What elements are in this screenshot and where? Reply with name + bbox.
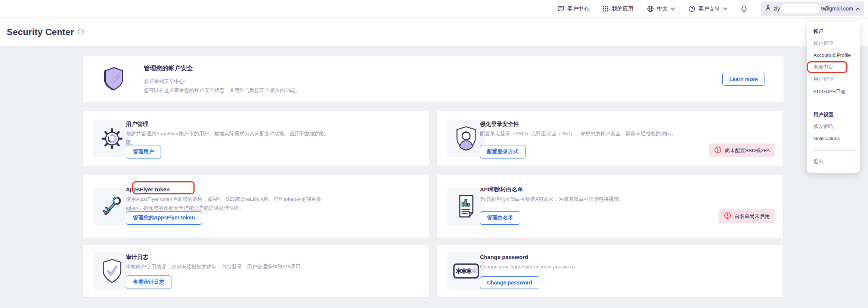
page-body: 管理您的帐户安全 欢迎来到安全中心! 您可以在这里查看您的账户安全状态，并管理与…: [0, 46, 868, 308]
chevron-down-icon: [671, 7, 675, 10]
chat-icon: [557, 5, 564, 12]
badge-label: 白名单尚未启用: [735, 213, 770, 220]
card-title: 强化登录安全性: [480, 121, 519, 128]
notifications-bell[interactable]: [741, 5, 747, 12]
menu-header-user-settings: 用户设置: [813, 109, 856, 121]
card-description: 审核账户使用情况，识别未经授权的访问，包括登录、用户管理操作和API调用。: [126, 262, 332, 271]
key-icon: [93, 188, 131, 225]
nav-help-center-label: 客户中心: [567, 5, 589, 12]
security-center-page: 客户中心 我的应用: [0, 0, 868, 308]
menu-header-account: 帐户: [813, 25, 856, 37]
account-dropdown-menu: 帐户 帐户管理 Account & Profile 安全中心 用户管理 EU-G…: [807, 22, 860, 173]
nav-language[interactable]: 中文: [647, 5, 675, 12]
appsflyer-token-card: AppsFlyer token 使用AppsFlyer token验证您的调用，…: [83, 175, 429, 238]
svg-text:?: ?: [691, 7, 693, 11]
password-icon: [447, 252, 485, 290]
shield-user-icon: [447, 120, 485, 157]
manage-token-button[interactable]: 管理您的AppsFlyer token: [126, 211, 202, 225]
card-description: 为指定IP地址加白可筛选API请求，为域名加白可筛选链接跳转。: [480, 195, 686, 204]
change-password-button[interactable]: Change password: [480, 276, 539, 289]
api-whitelist-card: API和跳转白名单 为指定IP地址加白可筛选API请求，为域名加白可筛选链接跳转…: [437, 175, 783, 238]
warning-icon: [724, 212, 731, 221]
change-password-card: Change password Change your AppsFlyer ac…: [437, 245, 783, 297]
menu-divider: [813, 103, 855, 103]
menu-item-security-center[interactable]: 安全中心: [813, 61, 856, 73]
manage-users-button[interactable]: 管理用户: [126, 145, 161, 158]
security-banner-card: 管理您的帐户安全 欢迎来到安全中心! 您可以在这里查看您的账户安全状态，并管理与…: [83, 56, 784, 102]
warning-icon: [714, 146, 722, 155]
user-email-prefix: ziy: [774, 6, 780, 12]
view-audit-log-button[interactable]: 查看审计日志: [126, 275, 171, 289]
user-account-menu-button[interactable]: ziy 9@gmail.com: [761, 1, 864, 16]
audit-log-card: 审计日志 审核账户使用情况，识别未经授权的访问，包括登录、用户管理操作和API调…: [83, 245, 429, 297]
chevron-down-icon: [723, 7, 727, 10]
manage-whitelist-button[interactable]: 管理白名单: [480, 211, 520, 225]
menu-item-logout[interactable]: 退出: [813, 156, 856, 168]
card-description: 使用AppsFlyer token验证您的调用，如API、S2S或OneLink…: [126, 195, 332, 213]
card-title: AppsFlyer token: [126, 186, 170, 192]
nav-support[interactable]: ? 客户支持: [688, 5, 727, 12]
nav-my-apps[interactable]: 我的应用: [602, 5, 633, 12]
gear-icon: [93, 120, 131, 157]
banner-line1: 欢迎来到安全中心!: [144, 77, 300, 86]
card-description: 配置单点登录（SSO）或双重认证（2FA），保护您的帐户安全，屏蔽未经授权的访问…: [480, 129, 686, 138]
nav-language-label: 中文: [657, 5, 668, 12]
doc-chart-icon: [447, 188, 485, 225]
menu-item-change-password[interactable]: 修改密码: [813, 120, 856, 132]
page-header: Security Center ?: [0, 17, 868, 46]
card-title: Change password: [480, 254, 528, 260]
nav-my-apps-label: 我的应用: [612, 5, 633, 12]
card-title: API和跳转白名单: [480, 186, 523, 193]
configure-login-button[interactable]: 配置登录方式: [480, 145, 526, 158]
card-description: Change your AppsFlyer account password.: [480, 262, 686, 271]
redaction-blur: [781, 4, 820, 13]
menu-item-notifications[interactable]: Notifications: [813, 133, 856, 145]
globe-icon: [647, 5, 654, 12]
page-title: Security Center: [7, 27, 74, 37]
menu-item-user-management[interactable]: 用户管理: [813, 73, 856, 85]
top-nav-bar: 客户中心 我的应用: [0, 0, 868, 17]
banner-line2: 您可以在这里查看您的账户安全状态，并管理与数据安全相关的功能。: [144, 86, 300, 95]
card-title: 用户管理: [126, 121, 148, 128]
menu-item-account-management[interactable]: 帐户管理: [813, 37, 856, 49]
svg-text:?: ?: [80, 30, 82, 34]
login-security-card: 强化登录安全性 配置单点登录（SSO）或双重认证（2FA），保护您的帐户安全，屏…: [437, 111, 783, 166]
bell-icon: [741, 5, 747, 12]
shield-check-icon: [93, 252, 131, 290]
person-icon: [765, 5, 771, 12]
top-nav-items: 客户中心 我的应用: [557, 0, 864, 17]
nav-support-label: 客户支持: [698, 5, 720, 12]
menu-divider: [813, 150, 855, 151]
card-description: 创建并管理您AppsFlyer账户下的用户。根据实际需求为其分配各种功能、应用和…: [126, 129, 332, 147]
badge-label: 尚未配置SSO或2FA: [725, 147, 770, 154]
grid-icon: [602, 6, 609, 12]
user-management-card: 用户管理 创建并管理您AppsFlyer账户下的用户。根据实际需求为其分配各种功…: [83, 111, 429, 166]
question-circle-icon: ?: [688, 5, 695, 12]
banner-title: 管理您的帐户安全: [144, 64, 300, 73]
nav-help-center[interactable]: 客户中心: [557, 5, 589, 12]
card-title: 审计日志: [126, 254, 148, 261]
sso-warning-badge: 尚未配置SSO或2FA: [709, 144, 775, 157]
title-help-icon[interactable]: ?: [78, 28, 84, 36]
chevron-up-icon: [856, 6, 860, 12]
whitelist-warning-badge: 白名单尚未启用: [719, 209, 775, 223]
shield-icon: [102, 66, 126, 93]
menu-item-eu-gdpr-log[interactable]: EU-GDPR日志: [813, 86, 856, 98]
menu-item-account-profile[interactable]: Account & Profile: [813, 49, 856, 61]
user-email-suffix: 9@gmail.com: [821, 6, 853, 12]
learn-more-button[interactable]: Learn more: [722, 73, 765, 86]
